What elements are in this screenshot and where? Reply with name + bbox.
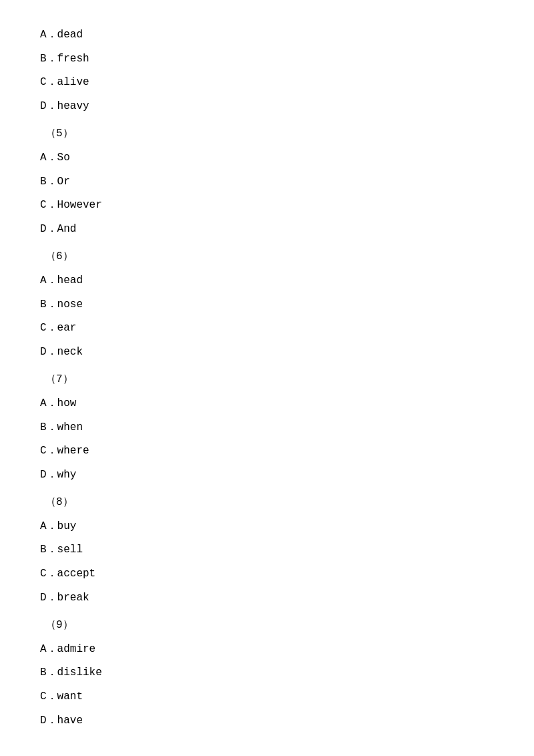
question-label-3: （7） xyxy=(40,371,494,389)
option-3-d: D．why xyxy=(40,467,494,484)
option-4-c: C．accept xyxy=(40,566,494,583)
option-5-a: A．admire xyxy=(40,641,494,658)
option-2-d: D．neck xyxy=(40,344,494,361)
option-1-b: B．Or xyxy=(40,174,494,191)
option-4-b: B．sell xyxy=(40,542,494,559)
option-1-a: A．So xyxy=(40,150,494,167)
option-4-a: A．buy xyxy=(40,518,494,536)
option-3-a: A．how xyxy=(40,395,494,413)
option-1-d: D．And xyxy=(40,221,494,238)
option-3-c: C．where xyxy=(40,443,494,460)
option-0-c: C．alive xyxy=(40,74,494,91)
option-0-d: D．heavy xyxy=(40,98,494,116)
option-0-b: B．fresh xyxy=(40,51,494,68)
option-2-b: B．nose xyxy=(40,297,494,314)
option-4-d: D．break xyxy=(40,590,494,607)
question-label-1: （5） xyxy=(40,126,494,143)
question-label-5: （9） xyxy=(40,617,494,634)
option-5-b: B．dislike xyxy=(40,665,494,682)
option-0-a: A．dead xyxy=(40,27,494,44)
content-area: A．deadB．freshC．aliveD．heavy（5）A．SoB．OrC．… xyxy=(40,27,494,729)
option-2-c: C．ear xyxy=(40,320,494,337)
option-5-c: C．want xyxy=(40,689,494,706)
option-5-d: D．have xyxy=(40,713,494,730)
question-label-2: （6） xyxy=(40,248,494,266)
option-2-a: A．head xyxy=(40,272,494,290)
option-1-c: C．However xyxy=(40,197,494,214)
question-label-4: （8） xyxy=(40,494,494,512)
option-3-b: B．when xyxy=(40,419,494,437)
